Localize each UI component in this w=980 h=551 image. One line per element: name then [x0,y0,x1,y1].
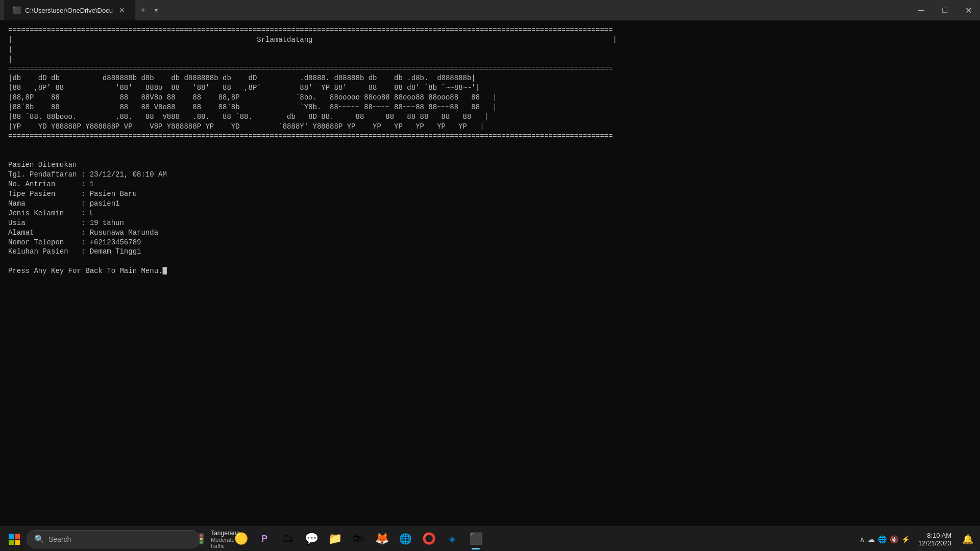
app-icon-chrome: ⭕ [422,532,436,546]
svg-rect-0 [9,534,14,539]
taskbar-app-yellowcircle[interactable]: 🟡 [230,528,252,550]
taskbar-app-chrome[interactable]: ⭕ [418,528,440,550]
tray-battery-icon[interactable]: ⚡ [901,535,910,543]
taskbar-app-firefox[interactable]: 🦊 [371,528,393,550]
tray-cloud-icon[interactable]: ☁ [868,535,875,543]
taskbar-app-terminal[interactable]: ⬛ [464,528,487,550]
app-icon-vscode: ◈ [449,533,455,545]
taskbar-app-folder[interactable]: 📁 [324,528,346,550]
taskbar-app-chat[interactable]: 💬 [300,528,323,550]
tab-dropdown-button[interactable]: ▾ [151,0,162,20]
svg-rect-2 [9,540,14,545]
taskbar-app-edge[interactable]: 🌐 [394,528,416,550]
app-icon-terminal: ⬛ [469,532,483,546]
clock-area[interactable]: 8:10 AM 12/21/2023 [916,530,958,549]
tray-icons: ∧ ☁ 🌐 🔇 ⚡ [855,535,914,543]
window-controls: ─ □ ✕ [910,0,980,20]
notification-icon: 🔔 [962,534,973,545]
taskbar-app-file[interactable]: 🗂 [277,528,299,550]
svg-rect-1 [15,534,20,539]
active-tab[interactable]: ⬛ C:\Users\user\OneDrive\Docu ✕ [4,0,135,20]
close-button[interactable]: ✕ [957,0,980,20]
app-icon-chat: 💬 [305,532,318,546]
tray-chevron-up[interactable]: ∧ [860,535,865,543]
tab-title: C:\Users\user\OneDrive\Docu [25,7,113,14]
app-icon-firefox: 🦊 [375,532,389,546]
titlebar-left: ⬛ C:\Users\user\OneDrive\Docu ✕ + ▾ [4,0,162,20]
titlebar: ⬛ C:\Users\user\OneDrive\Docu ✕ + ▾ ─ □ … [0,0,980,20]
taskbar-search[interactable]: 🔍 Search [27,530,200,548]
taskbar-right: ∧ ☁ 🌐 🔇 ⚡ 8:10 AM 12/21/2023 🔔 [855,529,976,549]
search-label: Search [48,535,71,543]
taskbar-apps: 🚦 Tangerang Moderate traffic 🟡 P 🗂 💬 📁 🛍 [206,528,853,550]
tray-globe-icon[interactable]: 🌐 [878,535,887,543]
start-button[interactable] [4,529,24,549]
taskbar-app-vscode[interactable]: ◈ [441,528,463,550]
terminal-output: ========================================… [0,20,980,527]
app-icon-folder: 📁 [328,532,342,546]
app-icon-pre: P [261,534,267,544]
app-icon-yellow: 🟡 [234,532,248,546]
svg-rect-3 [15,540,20,545]
app-icon-store: 🛍 [353,532,364,546]
new-tab-button[interactable]: + [135,0,151,20]
search-icon: 🔍 [34,534,44,544]
taskbar-app-store[interactable]: 🛍 [347,528,370,550]
maximize-button[interactable]: □ [933,0,957,20]
app-icon-edge: 🌐 [399,533,412,545]
taskbar-app-prelauncher[interactable]: P [253,528,276,550]
clock-time: 8:10 AM [927,532,951,539]
traffic-light-icon: 🚦 [195,533,208,545]
app-icon-file: 🗂 [282,532,293,546]
tab-strip: ⬛ C:\Users\user\OneDrive\Docu ✕ + ▾ [4,0,162,20]
minimize-button[interactable]: ─ [910,0,933,20]
taskbar-app-traffic[interactable]: 🚦 Tangerang Moderate traffic [206,528,229,550]
taskbar: 🔍 Search 🚦 Tangerang Moderate traffic 🟡 … [0,527,980,551]
notification-button[interactable]: 🔔 [960,529,976,549]
tab-close-button[interactable]: ✕ [117,5,127,15]
tray-volume-icon[interactable]: 🔇 [890,535,898,543]
clock-date: 12/21/2023 [918,539,951,547]
tab-icon: ⬛ [12,6,21,14]
